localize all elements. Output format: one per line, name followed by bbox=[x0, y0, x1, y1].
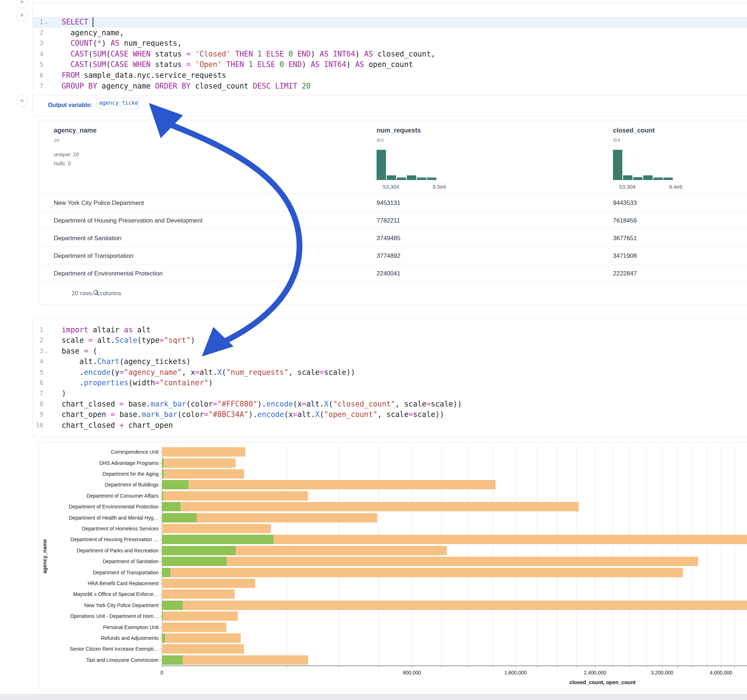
page-bottom-strip bbox=[0, 694, 747, 700]
sql-code-line[interactable]: CAST(SUM(CASE WHEN status = 'Open' THEN … bbox=[62, 59, 413, 70]
code-token: alt. bbox=[200, 368, 217, 377]
code-token: = bbox=[293, 410, 297, 419]
code-token: (y bbox=[110, 368, 119, 377]
sql-code-line[interactable]: FROM sample_data.nyc.service_requests bbox=[62, 70, 226, 81]
x-axis-tick bbox=[595, 666, 595, 668]
column-stat: unique: 20 bbox=[54, 151, 79, 157]
python-code-line[interactable]: chart_closed + chart_open bbox=[62, 420, 173, 431]
y-axis-label: HRA Benefit Card Replacement bbox=[50, 581, 159, 586]
code-token: (color bbox=[177, 410, 204, 419]
bar-closed-count bbox=[162, 447, 245, 457]
y-axis-label: Department of Consumer Affairs bbox=[50, 493, 159, 499]
code-token: 1 bbox=[248, 60, 253, 69]
code-token: closed_count bbox=[191, 82, 253, 91]
python-code-line[interactable]: scale = alt.Scale(type="sqrt") bbox=[62, 335, 195, 345]
histogram-bar bbox=[613, 150, 622, 180]
code-token: alt. bbox=[62, 357, 97, 366]
sql-code-line[interactable]: CAST(SUM(CASE WHEN status = 'Closed' THE… bbox=[62, 49, 435, 59]
sql-line-number: 4 bbox=[30, 50, 43, 57]
code-token: LIMIT bbox=[275, 82, 297, 91]
bar-open-count bbox=[162, 502, 180, 511]
python-code-line[interactable]: .properties(width="container") bbox=[62, 378, 213, 388]
code-token: closed_count, bbox=[373, 50, 435, 58]
code-token: ) bbox=[302, 60, 311, 69]
code-token: "sqrt" bbox=[164, 336, 191, 345]
bar-closed-count bbox=[162, 590, 234, 599]
code-token: mark_bar bbox=[151, 400, 186, 408]
histogram-bar bbox=[653, 178, 663, 180]
python-code-line[interactable]: chart_closed = base.mark_bar(color="#FFC… bbox=[62, 399, 462, 409]
y-axis-label: Department for the Aging bbox=[50, 471, 159, 477]
python-code-line[interactable]: .encode(y="agency_name", x=alt.X("num_re… bbox=[62, 367, 355, 378]
output-variable-chip[interactable]: agency_tickets bbox=[97, 98, 139, 109]
python-code-line[interactable]: alt.Chart(agency_tickets) bbox=[62, 356, 191, 367]
python-code-line[interactable]: chart_open = base.mark_bar(color="#8BC34… bbox=[62, 409, 444, 420]
table-cell-closed-count: 2222847 bbox=[613, 270, 637, 277]
code-token: scale)) bbox=[431, 400, 462, 408]
sql-code-line[interactable]: agency_name, bbox=[62, 28, 124, 38]
table-cell-num-requests: 3774892 bbox=[377, 252, 400, 259]
y-axis-label: Operations Unit - Department of Hom… bbox=[50, 613, 159, 619]
table-cell-num-requests: 3749485 bbox=[377, 235, 400, 242]
code-token: num_requests, bbox=[119, 39, 181, 48]
table-cell-agency-name: Department of Environmental Protection bbox=[54, 270, 163, 277]
code-token: ( bbox=[320, 410, 324, 419]
code-token: (x bbox=[293, 400, 302, 408]
column-header-agency_name[interactable]: agency_name bbox=[54, 127, 97, 134]
add-cell-button-sql[interactable]: + bbox=[16, 9, 28, 21]
arrowhead-to-chart-call bbox=[202, 327, 233, 356]
code-token: agency_name, bbox=[62, 29, 124, 37]
bar-closed-count bbox=[162, 524, 271, 533]
x-axis-tick bbox=[339, 666, 339, 668]
column-header-closed_count[interactable]: closed_count bbox=[613, 127, 655, 134]
bar-open-count bbox=[162, 459, 163, 468]
code-token: "num_requests" bbox=[226, 368, 289, 377]
bar-closed-count bbox=[162, 469, 244, 478]
python-line-number: 4 bbox=[30, 358, 43, 365]
column-stat: nulls: 0 bbox=[54, 160, 71, 166]
code-token: AS bbox=[110, 39, 119, 48]
code-token: = bbox=[426, 400, 431, 408]
sql-cell-top-border bbox=[32, 3, 747, 3]
code-token: chart_closed bbox=[62, 400, 119, 408]
code-token: alt. bbox=[297, 410, 315, 419]
x-axis-tick bbox=[537, 666, 537, 668]
x-axis-label: 4,000,000 bbox=[696, 670, 746, 676]
y-axis-label: Department of Homeless Services bbox=[50, 526, 159, 531]
python-line-number: 9 bbox=[30, 411, 43, 418]
python-code-line[interactable]: base = ( bbox=[62, 346, 97, 356]
x-axis-tick bbox=[612, 666, 613, 668]
x-axis-tick bbox=[646, 666, 646, 668]
y-axis-label: Correspondence Unit bbox=[50, 449, 159, 455]
python-code-line[interactable]: import altair as alt bbox=[62, 325, 151, 335]
sql-code-line[interactable]: COUNT(*) AS num_requests, bbox=[62, 38, 181, 48]
python-code-line[interactable]: ) bbox=[62, 388, 66, 398]
code-token: SUM bbox=[92, 50, 106, 58]
add-cell-button-top[interactable]: + bbox=[16, 0, 28, 8]
python-fold-chevron-icon[interactable]: ⌄ bbox=[44, 348, 48, 354]
code-token: DESC bbox=[253, 82, 271, 91]
code-token: scale bbox=[62, 336, 88, 345]
code-token: (color bbox=[186, 400, 213, 408]
code-token: encode bbox=[266, 400, 293, 408]
sql-code-line[interactable]: SELECT bbox=[62, 17, 92, 27]
bar-closed-count bbox=[162, 634, 241, 643]
add-cell-button-output[interactable]: + bbox=[16, 95, 28, 107]
sql-code-line[interactable]: GROUP BY agency_name ORDER BY closed_cou… bbox=[62, 81, 311, 92]
x-axis-tick bbox=[677, 666, 678, 668]
code-token: = bbox=[195, 368, 199, 377]
y-axis-label: Personal Exemption Unit bbox=[50, 625, 159, 630]
code-token: ) bbox=[62, 389, 66, 398]
bar-open-count bbox=[162, 634, 165, 643]
sql-line-number: 7 bbox=[30, 83, 43, 90]
code-token: X bbox=[217, 368, 222, 377]
column-header-num_requests[interactable]: num_requests bbox=[377, 127, 421, 134]
bar-open-count bbox=[162, 568, 171, 577]
y-axis-label: Department of Transportation bbox=[50, 570, 159, 575]
code-token: encode bbox=[84, 368, 110, 377]
histogram-min-label: 53,304 bbox=[602, 184, 653, 190]
code-token: ( bbox=[92, 39, 97, 48]
sql-fold-chevron-icon[interactable]: ⌄ bbox=[44, 20, 48, 25]
code-token: "agency_name" bbox=[124, 368, 181, 377]
x-axis-tick bbox=[662, 666, 662, 668]
